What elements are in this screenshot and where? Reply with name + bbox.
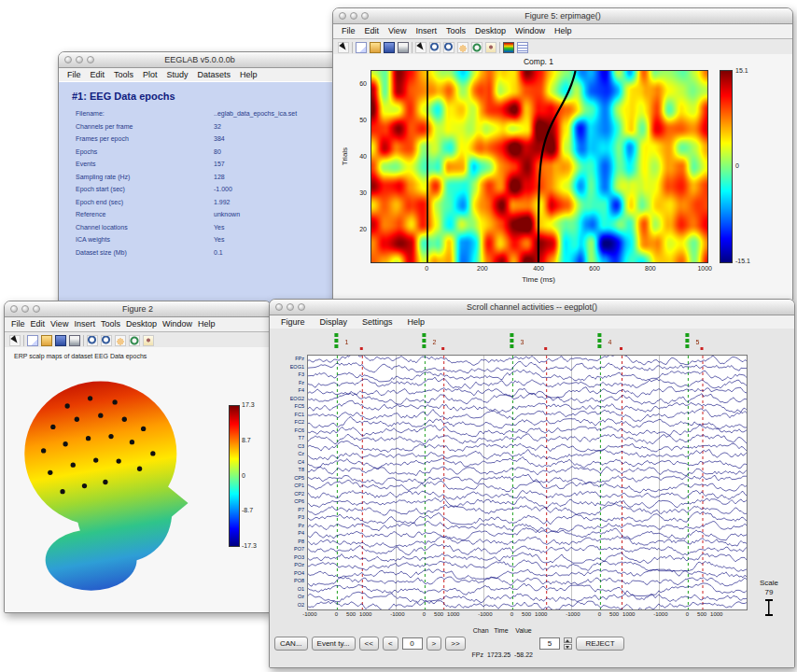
menu-item[interactable]: Tools: [441, 24, 470, 38]
next-button[interactable]: >: [426, 637, 442, 651]
epoch-tick-group: -100005001000: [570, 611, 658, 621]
menu-item[interactable]: File: [8, 317, 28, 331]
eegplot-titlebar[interactable]: Scroll channel activities -- eegplot(): [270, 300, 794, 315]
menu-item[interactable]: Help: [195, 317, 218, 331]
menu-item[interactable]: Edit: [86, 68, 110, 82]
new-figure-icon[interactable]: [356, 42, 367, 53]
save-figure-icon[interactable]: [55, 335, 66, 346]
menu-item[interactable]: Plot: [138, 68, 162, 82]
erpimage-plot-frame: [371, 70, 708, 263]
menu-item[interactable]: Study: [162, 68, 193, 82]
channel-label: FC5: [295, 403, 304, 409]
dataset-field-row: Dataset size (Mb) 0.1: [63, 246, 341, 259]
print-figure-icon[interactable]: [69, 335, 80, 346]
event-types-button[interactable]: Event ty...: [312, 637, 356, 651]
minimize-button[interactable]: [21, 305, 29, 313]
save-figure-icon[interactable]: [384, 42, 395, 53]
channel-label: FC2: [295, 419, 304, 425]
menu-item[interactable]: Datasets: [193, 68, 236, 82]
zoom-out-icon[interactable]: [443, 42, 454, 53]
menu-item[interactable]: Help: [400, 315, 433, 329]
channel-label: Oz: [298, 594, 304, 599]
menu-item[interactable]: View: [48, 317, 71, 331]
data-cursor-icon[interactable]: [485, 42, 496, 53]
minimize-button[interactable]: [76, 56, 83, 63]
menu-item[interactable]: Display: [313, 315, 356, 329]
channel-labels: FPzEOG1F3FzF4EOG2FC5FC1FC2FC6T7C3CzC4T8C…: [270, 355, 304, 609]
position-edit[interactable]: 0: [402, 637, 423, 650]
menu-item[interactable]: File: [63, 68, 86, 82]
pointer-tool-icon[interactable]: [338, 42, 349, 53]
pan-hand-icon[interactable]: [457, 42, 468, 53]
zoom-button[interactable]: [298, 303, 305, 311]
next-page-button[interactable]: >>: [445, 637, 465, 651]
channel-label: Pz: [299, 523, 304, 528]
rotate-3d-icon[interactable]: [129, 335, 140, 346]
dataset-field-row: Sampling rate (Hz) 128: [63, 171, 341, 184]
x-tick-label: -1000: [566, 611, 580, 617]
insert-colorbar-icon[interactable]: [503, 42, 514, 53]
menu-item[interactable]: Tools: [98, 317, 123, 331]
channel-label: Fz: [299, 380, 304, 385]
edit-plot-icon[interactable]: [415, 42, 426, 53]
zoom-out-icon[interactable]: [101, 335, 112, 346]
colorbar-tick-label: 0: [242, 472, 257, 479]
zoom-in-icon[interactable]: [87, 335, 98, 346]
spinner-up-icon[interactable]: [564, 637, 572, 643]
close-button[interactable]: [339, 12, 346, 20]
menu-item[interactable]: Tools: [109, 68, 138, 82]
x-tick-label: 0: [423, 611, 426, 617]
pan-hand-icon[interactable]: [115, 335, 126, 346]
eeglab-titlebar[interactable]: EEGLAB v5.0.0.0b: [59, 52, 341, 68]
menu-item[interactable]: Edit: [28, 317, 49, 331]
menu-item[interactable]: File: [337, 24, 360, 38]
zoom-button[interactable]: [361, 12, 369, 20]
menu-item[interactable]: Settings: [355, 315, 400, 329]
menu-item[interactable]: Insert: [411, 24, 441, 38]
figure2-titlebar[interactable]: Figure 2: [5, 301, 271, 317]
menu-item[interactable]: Desktop: [123, 317, 160, 331]
menu-item[interactable]: Help: [550, 24, 577, 38]
minimize-button[interactable]: [350, 12, 357, 20]
zoom-button[interactable]: [87, 56, 94, 63]
colorbar-ticks: 17.38.70-8.7-17.3: [242, 401, 257, 549]
menu-item[interactable]: Help: [235, 68, 262, 82]
new-figure-icon[interactable]: [27, 335, 38, 346]
close-button[interactable]: [10, 305, 18, 313]
window-length-spinner: [564, 637, 572, 650]
open-file-icon[interactable]: [41, 335, 52, 346]
menu-item[interactable]: Edit: [360, 24, 385, 38]
eeglab-main-window: EEGLAB v5.0.0.0b FileEditToolsPlotStudyD…: [58, 51, 342, 303]
prev-button[interactable]: <: [383, 637, 398, 651]
pointer-tool-icon[interactable]: [9, 335, 21, 346]
cancel-button[interactable]: CAN...: [274, 637, 308, 651]
spinner-down-icon[interactable]: [564, 644, 572, 650]
window-controls: [339, 12, 369, 20]
menu-item[interactable]: View: [384, 24, 411, 38]
prev-page-button[interactable]: <<: [359, 637, 379, 651]
field-value: 157: [214, 161, 225, 167]
channel-label: Cz: [298, 451, 304, 456]
window-length-edit[interactable]: 5: [539, 637, 560, 650]
open-file-icon[interactable]: [370, 42, 381, 53]
reject-button[interactable]: REJECT: [576, 637, 624, 651]
rotate-3d-icon[interactable]: [471, 42, 482, 53]
menu-item[interactable]: Insert: [71, 317, 98, 331]
zoom-button[interactable]: [33, 305, 40, 313]
print-figure-icon[interactable]: [398, 42, 409, 53]
menu-item[interactable]: Window: [160, 317, 195, 331]
x-tick-label: 500: [697, 611, 706, 617]
menu-item[interactable]: Window: [510, 24, 550, 38]
menu-item[interactable]: Desktop: [470, 24, 510, 38]
x-tick-label: -1000: [653, 611, 667, 617]
minimize-button[interactable]: [287, 303, 294, 311]
zoom-in-icon[interactable]: [429, 42, 440, 53]
eeg-traces-plot[interactable]: [308, 356, 747, 609]
insert-legend-icon[interactable]: [517, 42, 528, 53]
close-button[interactable]: [275, 303, 283, 311]
close-button[interactable]: [64, 56, 72, 63]
menu-item[interactable]: Figure: [273, 315, 313, 329]
colorbar-tick-label: 17.3: [242, 401, 257, 408]
data-cursor-icon[interactable]: [143, 335, 154, 346]
erpimage-titlebar[interactable]: Figure 5: erpimage(): [333, 8, 792, 24]
